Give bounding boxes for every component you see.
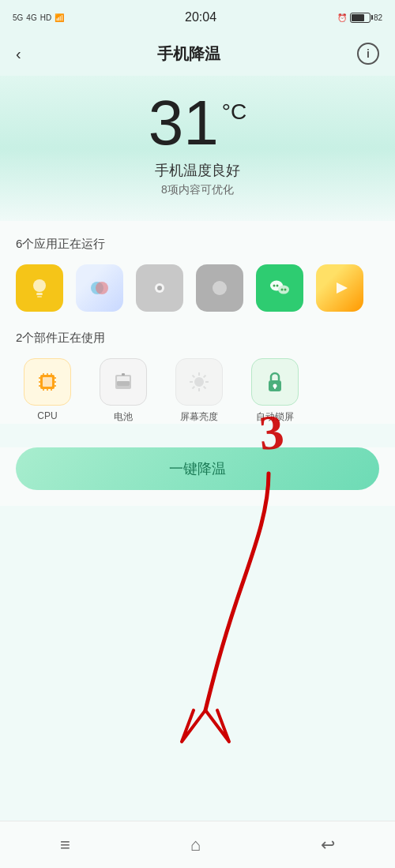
clock: 20:04 bbox=[185, 10, 216, 24]
app-item-1[interactable] bbox=[16, 264, 63, 312]
svg-rect-44 bbox=[274, 386, 276, 389]
5g-signal: 5G bbox=[13, 13, 23, 22]
widget-cpu[interactable]: CPU bbox=[16, 358, 79, 424]
svg-point-12 bbox=[281, 289, 284, 291]
app-item-3[interactable] bbox=[136, 264, 183, 312]
4g-signal: 4G bbox=[26, 13, 36, 22]
header: ‹ 手机降温 i bbox=[0, 35, 395, 76]
svg-point-0 bbox=[33, 279, 46, 292]
svg-rect-2 bbox=[37, 296, 42, 297]
svg-marker-14 bbox=[337, 282, 348, 294]
widgets-section-title: 2个部件正在使用 bbox=[16, 331, 379, 346]
apps-section-title: 6个应用正在运行 bbox=[16, 237, 379, 252]
svg-point-9 bbox=[278, 286, 289, 294]
temperature-section: 31 °C 手机温度良好 8项内容可优化 bbox=[0, 76, 395, 221]
svg-rect-1 bbox=[36, 293, 43, 295]
status-bar: 5G 4G HD 📶 20:04 ⏰ 82 bbox=[0, 0, 395, 35]
temperature-subtext: 8项内容可优化 bbox=[16, 183, 379, 197]
svg-line-39 bbox=[204, 387, 206, 389]
widget-brightness[interactable]: 屏幕亮度 bbox=[167, 358, 231, 424]
info-button[interactable]: i bbox=[357, 43, 379, 65]
nav-bar: ≡ ⌂ ↩ bbox=[0, 821, 395, 868]
temperature-display: 31 °C bbox=[16, 92, 379, 155]
svg-line-40 bbox=[204, 376, 206, 378]
app-item-4[interactable] bbox=[196, 264, 243, 312]
app-grid bbox=[16, 264, 379, 312]
svg-line-38 bbox=[193, 376, 195, 378]
temperature-unit: °C bbox=[222, 99, 246, 125]
battery-fill bbox=[352, 14, 365, 21]
battery-label: 电池 bbox=[114, 410, 133, 424]
wifi-icon: 📶 bbox=[55, 13, 64, 22]
app-item-video[interactable] bbox=[316, 264, 363, 312]
app-item-wechat[interactable] bbox=[256, 264, 303, 312]
back-button[interactable]: ‹ bbox=[16, 45, 21, 63]
brightness-label: 屏幕亮度 bbox=[180, 410, 218, 424]
main-content: 6个应用正在运行 bbox=[0, 221, 395, 424]
svg-point-13 bbox=[284, 289, 287, 291]
svg-point-6 bbox=[157, 286, 162, 290]
battery-area: ⏰ 82 bbox=[337, 13, 382, 23]
cpu-icon bbox=[24, 358, 71, 406]
brightness-icon bbox=[175, 358, 223, 406]
temperature-value: 31 bbox=[149, 92, 219, 155]
widget-autolock[interactable]: 自动锁屏 bbox=[243, 358, 307, 424]
battery-widget-icon bbox=[100, 358, 147, 406]
nav-menu-button[interactable]: ≡ bbox=[44, 827, 86, 863]
hd-signal: HD bbox=[40, 13, 51, 22]
battery-percent: 82 bbox=[374, 13, 382, 22]
svg-rect-16 bbox=[43, 377, 52, 387]
svg-point-11 bbox=[276, 285, 279, 287]
svg-point-33 bbox=[194, 377, 204, 387]
cpu-label: CPU bbox=[37, 410, 57, 421]
svg-rect-30 bbox=[122, 373, 125, 376]
widget-battery[interactable]: 电池 bbox=[92, 358, 155, 424]
cool-button-container: 一键降温 bbox=[0, 447, 395, 506]
svg-rect-32 bbox=[117, 381, 130, 386]
autolock-label: 自动锁屏 bbox=[256, 410, 294, 424]
signal-info: 5G 4G HD 📶 bbox=[13, 13, 64, 22]
svg-line-41 bbox=[193, 387, 195, 389]
lock-icon bbox=[251, 358, 299, 406]
battery-icon bbox=[350, 13, 371, 23]
widget-grid: CPU 电池 bbox=[16, 358, 379, 424]
svg-point-10 bbox=[273, 285, 276, 287]
svg-point-7 bbox=[213, 281, 227, 295]
cool-button[interactable]: 一键降温 bbox=[16, 447, 379, 490]
page-title: 手机降温 bbox=[157, 43, 220, 65]
nav-back-button[interactable]: ↩ bbox=[305, 827, 351, 863]
temperature-status: 手机温度良好 bbox=[16, 161, 379, 180]
svg-point-4 bbox=[96, 282, 108, 294]
alarm-icon: ⏰ bbox=[337, 13, 347, 22]
app-item-2[interactable] bbox=[76, 264, 123, 312]
nav-home-button[interactable]: ⌂ bbox=[175, 827, 216, 863]
